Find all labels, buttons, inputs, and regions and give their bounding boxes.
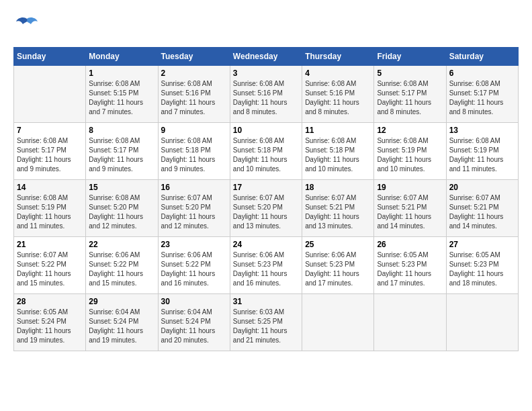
calendar-cell: 12Sunrise: 6:08 AM Sunset: 5:19 PM Dayli… [374,123,446,180]
calendar-cell: 8Sunrise: 6:08 AM Sunset: 5:17 PM Daylig… [86,123,158,180]
header-saturday: Saturday [446,48,518,66]
calendar-cell: 31Sunrise: 6:03 AM Sunset: 5:25 PM Dayli… [230,294,302,351]
day-number: 4 [305,68,371,78]
calendar-cell: 30Sunrise: 6:04 AM Sunset: 5:24 PM Dayli… [158,294,230,351]
day-number: 26 [377,240,443,249]
calendar-week-row: 14Sunrise: 6:08 AM Sunset: 5:19 PM Dayli… [14,180,519,237]
day-info: Sunrise: 6:07 AM Sunset: 5:22 PM Dayligh… [17,250,83,288]
day-info: Sunrise: 6:06 AM Sunset: 5:22 PM Dayligh… [161,250,227,288]
day-number: 25 [305,240,371,249]
day-number: 7 [17,126,83,135]
day-info: Sunrise: 6:05 AM Sunset: 5:23 PM Dayligh… [377,250,443,288]
calendar-cell: 29Sunrise: 6:04 AM Sunset: 5:24 PM Dayli… [86,294,158,351]
calendar-cell: 10Sunrise: 6:08 AM Sunset: 5:18 PM Dayli… [230,123,302,180]
calendar-week-row: 21Sunrise: 6:07 AM Sunset: 5:22 PM Dayli… [14,237,519,294]
calendar-week-row: 28Sunrise: 6:05 AM Sunset: 5:24 PM Dayli… [14,294,519,351]
calendar-cell: 16Sunrise: 6:07 AM Sunset: 5:20 PM Dayli… [158,180,230,237]
calendar-week-row: 1Sunrise: 6:08 AM Sunset: 5:15 PM Daylig… [14,66,519,123]
calendar-body: 1Sunrise: 6:08 AM Sunset: 5:15 PM Daylig… [14,66,519,351]
day-info: Sunrise: 6:08 AM Sunset: 5:19 PM Dayligh… [377,136,443,174]
day-info: Sunrise: 6:06 AM Sunset: 5:23 PM Dayligh… [233,250,299,288]
calendar-cell: 3Sunrise: 6:08 AM Sunset: 5:16 PM Daylig… [230,66,302,123]
calendar-cell: 18Sunrise: 6:07 AM Sunset: 5:21 PM Dayli… [302,180,374,237]
day-info: Sunrise: 6:08 AM Sunset: 5:16 PM Dayligh… [161,79,227,117]
day-number: 5 [377,68,443,78]
calendar-cell: 20Sunrise: 6:07 AM Sunset: 5:21 PM Dayli… [446,180,518,237]
day-info: Sunrise: 6:08 AM Sunset: 5:18 PM Dayligh… [305,136,371,174]
calendar-cell: 11Sunrise: 6:08 AM Sunset: 5:18 PM Dayli… [302,123,374,180]
day-number: 13 [449,126,515,135]
day-info: Sunrise: 6:08 AM Sunset: 5:20 PM Dayligh… [89,193,154,231]
day-info: Sunrise: 6:08 AM Sunset: 5:16 PM Dayligh… [233,79,299,117]
calendar-cell: 23Sunrise: 6:06 AM Sunset: 5:22 PM Dayli… [158,237,230,294]
calendar-cell [302,294,374,351]
day-number: 29 [89,297,154,306]
day-info: Sunrise: 6:07 AM Sunset: 5:20 PM Dayligh… [233,193,299,231]
calendar-week-row: 7Sunrise: 6:08 AM Sunset: 5:17 PM Daylig… [14,123,519,180]
day-number: 6 [449,68,515,78]
day-info: Sunrise: 6:07 AM Sunset: 5:21 PM Dayligh… [305,193,371,231]
day-number: 1 [89,68,154,78]
day-info: Sunrise: 6:08 AM Sunset: 5:16 PM Dayligh… [305,79,371,117]
day-number: 14 [17,183,83,192]
calendar-cell: 21Sunrise: 6:07 AM Sunset: 5:22 PM Dayli… [14,237,86,294]
day-info: Sunrise: 6:06 AM Sunset: 5:23 PM Dayligh… [305,250,371,288]
day-info: Sunrise: 6:08 AM Sunset: 5:18 PM Dayligh… [161,136,227,174]
day-info: Sunrise: 6:08 AM Sunset: 5:15 PM Dayligh… [89,79,154,117]
svg-rect-0 [13,13,40,40]
header-monday: Monday [86,48,158,66]
calendar-cell [14,66,86,123]
day-number: 16 [161,183,227,192]
calendar-cell: 4Sunrise: 6:08 AM Sunset: 5:16 PM Daylig… [302,66,374,123]
calendar-cell: 1Sunrise: 6:08 AM Sunset: 5:15 PM Daylig… [86,66,158,123]
calendar-cell: 2Sunrise: 6:08 AM Sunset: 5:16 PM Daylig… [158,66,230,123]
day-info: Sunrise: 6:08 AM Sunset: 5:19 PM Dayligh… [17,193,83,231]
day-number: 15 [89,183,154,192]
day-info: Sunrise: 6:08 AM Sunset: 5:17 PM Dayligh… [89,136,154,174]
day-number: 3 [233,68,299,78]
day-info: Sunrise: 6:08 AM Sunset: 5:17 PM Dayligh… [17,136,83,174]
day-number: 10 [233,126,299,135]
day-info: Sunrise: 6:04 AM Sunset: 5:24 PM Dayligh… [89,308,154,345]
header-wednesday: Wednesday [230,48,302,66]
calendar-cell: 13Sunrise: 6:08 AM Sunset: 5:19 PM Dayli… [446,123,518,180]
day-number: 28 [17,297,83,306]
day-info: Sunrise: 6:07 AM Sunset: 5:21 PM Dayligh… [377,193,443,231]
calendar-cell: 28Sunrise: 6:05 AM Sunset: 5:24 PM Dayli… [14,294,86,351]
day-info: Sunrise: 6:03 AM Sunset: 5:25 PM Dayligh… [233,308,299,345]
calendar-cell: 19Sunrise: 6:07 AM Sunset: 5:21 PM Dayli… [374,180,446,237]
calendar-cell: 24Sunrise: 6:06 AM Sunset: 5:23 PM Dayli… [230,237,302,294]
calendar-cell: 9Sunrise: 6:08 AM Sunset: 5:18 PM Daylig… [158,123,230,180]
day-info: Sunrise: 6:08 AM Sunset: 5:18 PM Dayligh… [233,136,299,174]
calendar-cell [374,294,446,351]
page-header [13,13,519,40]
header-thursday: Thursday [302,48,374,66]
day-number: 11 [305,126,371,135]
logo-icon [13,13,40,40]
calendar-cell: 7Sunrise: 6:08 AM Sunset: 5:17 PM Daylig… [14,123,86,180]
day-number: 18 [305,183,371,192]
day-info: Sunrise: 6:08 AM Sunset: 5:17 PM Dayligh… [377,79,443,117]
day-number: 30 [161,297,227,306]
day-info: Sunrise: 6:05 AM Sunset: 5:24 PM Dayligh… [17,308,83,345]
calendar-cell: 25Sunrise: 6:06 AM Sunset: 5:23 PM Dayli… [302,237,374,294]
calendar-cell: 5Sunrise: 6:08 AM Sunset: 5:17 PM Daylig… [374,66,446,123]
calendar-cell: 26Sunrise: 6:05 AM Sunset: 5:23 PM Dayli… [374,237,446,294]
calendar-header-row: Sunday Monday Tuesday Wednesday Thursday… [14,48,519,66]
day-number: 27 [449,240,515,249]
calendar-cell [446,294,518,351]
day-number: 22 [89,240,154,249]
calendar-cell: 17Sunrise: 6:07 AM Sunset: 5:20 PM Dayli… [230,180,302,237]
day-info: Sunrise: 6:04 AM Sunset: 5:24 PM Dayligh… [161,308,227,345]
header-sunday: Sunday [14,48,86,66]
day-number: 24 [233,240,299,249]
day-info: Sunrise: 6:05 AM Sunset: 5:23 PM Dayligh… [449,250,515,288]
day-info: Sunrise: 6:07 AM Sunset: 5:20 PM Dayligh… [161,193,227,231]
day-number: 21 [17,240,83,249]
calendar-cell: 14Sunrise: 6:08 AM Sunset: 5:19 PM Dayli… [14,180,86,237]
calendar-cell: 15Sunrise: 6:08 AM Sunset: 5:20 PM Dayli… [86,180,158,237]
day-info: Sunrise: 6:06 AM Sunset: 5:22 PM Dayligh… [89,250,154,288]
day-number: 9 [161,126,227,135]
calendar-cell: 22Sunrise: 6:06 AM Sunset: 5:22 PM Dayli… [86,237,158,294]
day-number: 23 [161,240,227,249]
